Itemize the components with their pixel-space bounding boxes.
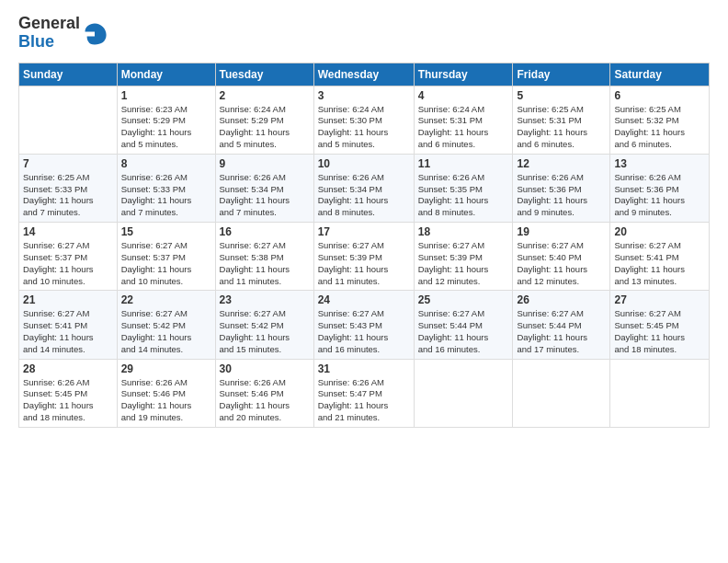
logo-blue: Blue <box>18 32 54 51</box>
day-info: Sunrise: 6:26 AM Sunset: 5:46 PM Dayligh… <box>220 377 310 424</box>
day-info: Sunrise: 6:26 AM Sunset: 5:36 PM Dayligh… <box>614 172 705 219</box>
week-row-2: 7Sunrise: 6:25 AM Sunset: 5:33 PM Daylig… <box>19 154 710 222</box>
calendar-cell: 19Sunrise: 6:27 AM Sunset: 5:40 PM Dayli… <box>513 223 610 291</box>
day-info: Sunrise: 6:25 AM Sunset: 5:31 PM Dayligh… <box>517 104 606 151</box>
calendar-cell <box>414 359 513 427</box>
week-row-5: 28Sunrise: 6:26 AM Sunset: 5:45 PM Dayli… <box>19 359 710 427</box>
day-number: 17 <box>318 225 410 238</box>
day-number: 5 <box>517 89 606 102</box>
day-info: Sunrise: 6:27 AM Sunset: 5:37 PM Dayligh… <box>23 240 113 287</box>
day-info: Sunrise: 6:25 AM Sunset: 5:32 PM Dayligh… <box>614 104 705 151</box>
day-number: 29 <box>121 362 211 375</box>
calendar-cell: 25Sunrise: 6:27 AM Sunset: 5:44 PM Dayli… <box>414 291 513 359</box>
day-number: 4 <box>418 89 509 102</box>
day-number: 14 <box>23 225 113 238</box>
day-number: 26 <box>517 293 606 306</box>
calendar-cell: 29Sunrise: 6:26 AM Sunset: 5:46 PM Dayli… <box>117 359 215 427</box>
day-info: Sunrise: 6:27 AM Sunset: 5:39 PM Dayligh… <box>318 240 410 287</box>
calendar-cell: 27Sunrise: 6:27 AM Sunset: 5:45 PM Dayli… <box>610 291 710 359</box>
day-number: 20 <box>614 225 705 238</box>
header-tuesday: Tuesday <box>215 63 313 86</box>
header-row: SundayMondayTuesdayWednesdayThursdayFrid… <box>19 63 710 86</box>
week-row-1: 1Sunrise: 6:23 AM Sunset: 5:29 PM Daylig… <box>19 86 710 154</box>
calendar-cell: 15Sunrise: 6:27 AM Sunset: 5:37 PM Dayli… <box>117 223 215 291</box>
calendar-cell: 8Sunrise: 6:26 AM Sunset: 5:33 PM Daylig… <box>117 154 215 222</box>
day-number: 8 <box>121 157 211 170</box>
day-number: 3 <box>318 89 410 102</box>
day-info: Sunrise: 6:27 AM Sunset: 5:43 PM Dayligh… <box>318 308 410 355</box>
day-number: 11 <box>418 157 509 170</box>
calendar-cell: 2Sunrise: 6:24 AM Sunset: 5:29 PM Daylig… <box>215 86 313 154</box>
calendar-cell <box>19 86 118 154</box>
calendar-cell: 28Sunrise: 6:26 AM Sunset: 5:45 PM Dayli… <box>19 359 118 427</box>
header-saturday: Saturday <box>610 63 710 86</box>
calendar-cell: 26Sunrise: 6:27 AM Sunset: 5:44 PM Dayli… <box>513 291 610 359</box>
header-thursday: Thursday <box>414 63 513 86</box>
day-info: Sunrise: 6:26 AM Sunset: 5:34 PM Dayligh… <box>318 172 410 219</box>
day-info: Sunrise: 6:26 AM Sunset: 5:36 PM Dayligh… <box>517 172 606 219</box>
day-number: 2 <box>220 89 310 102</box>
calendar-cell <box>610 359 710 427</box>
calendar-cell: 31Sunrise: 6:26 AM Sunset: 5:47 PM Dayli… <box>313 359 414 427</box>
day-number: 23 <box>220 293 310 306</box>
day-info: Sunrise: 6:25 AM Sunset: 5:33 PM Dayligh… <box>23 172 113 219</box>
calendar-cell: 30Sunrise: 6:26 AM Sunset: 5:46 PM Dayli… <box>215 359 313 427</box>
day-number: 24 <box>318 293 410 306</box>
day-number: 10 <box>318 157 410 170</box>
day-info: Sunrise: 6:24 AM Sunset: 5:31 PM Dayligh… <box>418 104 509 151</box>
calendar-cell: 22Sunrise: 6:27 AM Sunset: 5:42 PM Dayli… <box>117 291 215 359</box>
calendar-cell: 10Sunrise: 6:26 AM Sunset: 5:34 PM Dayli… <box>313 154 414 222</box>
day-info: Sunrise: 6:24 AM Sunset: 5:30 PM Dayligh… <box>318 104 410 151</box>
day-number: 30 <box>220 362 310 375</box>
day-number: 18 <box>418 225 509 238</box>
day-info: Sunrise: 6:27 AM Sunset: 5:39 PM Dayligh… <box>418 240 509 287</box>
calendar-cell: 16Sunrise: 6:27 AM Sunset: 5:38 PM Dayli… <box>215 223 313 291</box>
day-number: 6 <box>614 89 705 102</box>
day-info: Sunrise: 6:27 AM Sunset: 5:44 PM Dayligh… <box>517 308 606 355</box>
calendar-cell: 7Sunrise: 6:25 AM Sunset: 5:33 PM Daylig… <box>19 154 118 222</box>
header-sunday: Sunday <box>19 63 118 86</box>
day-number: 19 <box>517 225 606 238</box>
week-row-4: 21Sunrise: 6:27 AM Sunset: 5:41 PM Dayli… <box>19 291 710 359</box>
logo: General Blue <box>18 15 108 52</box>
day-number: 22 <box>121 293 211 306</box>
day-info: Sunrise: 6:26 AM Sunset: 5:45 PM Dayligh… <box>23 377 113 424</box>
day-number: 25 <box>418 293 509 306</box>
calendar-cell: 9Sunrise: 6:26 AM Sunset: 5:34 PM Daylig… <box>215 154 313 222</box>
logo-general: General <box>18 14 80 32</box>
header-monday: Monday <box>117 63 215 86</box>
day-number: 21 <box>23 293 113 306</box>
day-number: 13 <box>614 157 705 170</box>
day-number: 16 <box>220 225 310 238</box>
day-number: 28 <box>23 362 113 375</box>
day-info: Sunrise: 6:23 AM Sunset: 5:29 PM Dayligh… <box>121 104 211 151</box>
calendar-cell: 11Sunrise: 6:26 AM Sunset: 5:35 PM Dayli… <box>414 154 513 222</box>
day-info: Sunrise: 6:26 AM Sunset: 5:47 PM Dayligh… <box>318 377 410 424</box>
calendar-cell: 3Sunrise: 6:24 AM Sunset: 5:30 PM Daylig… <box>313 86 414 154</box>
calendar-cell: 18Sunrise: 6:27 AM Sunset: 5:39 PM Dayli… <box>414 223 513 291</box>
week-row-3: 14Sunrise: 6:27 AM Sunset: 5:37 PM Dayli… <box>19 223 710 291</box>
day-info: Sunrise: 6:27 AM Sunset: 5:41 PM Dayligh… <box>614 240 705 287</box>
calendar-cell: 13Sunrise: 6:26 AM Sunset: 5:36 PM Dayli… <box>610 154 710 222</box>
day-info: Sunrise: 6:26 AM Sunset: 5:33 PM Dayligh… <box>121 172 211 219</box>
page-header: General Blue <box>18 15 710 52</box>
day-number: 27 <box>614 293 705 306</box>
calendar-cell: 17Sunrise: 6:27 AM Sunset: 5:39 PM Dayli… <box>313 223 414 291</box>
day-info: Sunrise: 6:26 AM Sunset: 5:46 PM Dayligh… <box>121 377 211 424</box>
day-info: Sunrise: 6:24 AM Sunset: 5:29 PM Dayligh… <box>220 104 310 151</box>
day-info: Sunrise: 6:26 AM Sunset: 5:35 PM Dayligh… <box>418 172 509 219</box>
header-wednesday: Wednesday <box>313 63 414 86</box>
day-number: 31 <box>318 362 410 375</box>
calendar-cell: 12Sunrise: 6:26 AM Sunset: 5:36 PM Dayli… <box>513 154 610 222</box>
calendar-cell <box>513 359 610 427</box>
day-number: 1 <box>121 89 211 102</box>
calendar-cell: 24Sunrise: 6:27 AM Sunset: 5:43 PM Dayli… <box>313 291 414 359</box>
day-info: Sunrise: 6:27 AM Sunset: 5:37 PM Dayligh… <box>121 240 211 287</box>
calendar-cell: 4Sunrise: 6:24 AM Sunset: 5:31 PM Daylig… <box>414 86 513 154</box>
day-info: Sunrise: 6:27 AM Sunset: 5:42 PM Dayligh… <box>220 308 310 355</box>
day-number: 7 <box>23 157 113 170</box>
day-info: Sunrise: 6:27 AM Sunset: 5:41 PM Dayligh… <box>23 308 113 355</box>
day-number: 9 <box>220 157 310 170</box>
calendar-cell: 6Sunrise: 6:25 AM Sunset: 5:32 PM Daylig… <box>610 86 710 154</box>
calendar-cell: 20Sunrise: 6:27 AM Sunset: 5:41 PM Dayli… <box>610 223 710 291</box>
